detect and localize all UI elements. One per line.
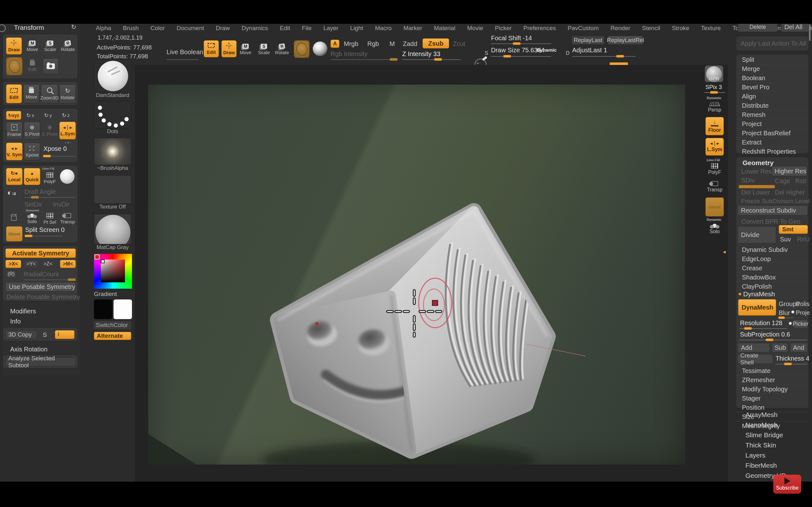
panel-scale-button[interactable]: S Scale	[42, 38, 58, 55]
adjust-last-handle[interactable]	[616, 55, 624, 58]
menu-item[interactable]: Material	[434, 25, 455, 32]
project-toggle[interactable]: Project	[796, 309, 809, 316]
mrgb-toggle[interactable]: Mrgb	[344, 40, 358, 48]
ghost-shortcut-button[interactable]: Ghost	[705, 198, 724, 216]
geometry-subsection[interactable]: ClayPolish	[736, 282, 809, 291]
dynamesh-header[interactable]: DynaMesh	[739, 290, 775, 298]
radial-toggle-button[interactable]: (R)	[5, 270, 17, 278]
menu-item[interactable]: Marker	[403, 25, 422, 32]
transp-shortcut-button[interactable]: Transp	[705, 180, 724, 194]
focal-shift-slider-label[interactable]: Focal Shift -14	[491, 35, 532, 42]
activate-symmetry-button[interactable]: Activate Symmetry	[5, 248, 76, 258]
rotate-xyz-button[interactable]: ↻xyz	[6, 111, 21, 120]
geometry-subsection[interactable]: EdgeLoop	[736, 254, 809, 263]
tool-action[interactable]: Distribute	[736, 101, 809, 110]
solo-shortcut-button[interactable]: Solo	[705, 222, 724, 237]
tool-section[interactable]: FiberMesh	[736, 460, 809, 470]
nav-move-button[interactable]: Move	[23, 84, 40, 103]
alpha-name[interactable]: ~BrushAlpha	[94, 165, 131, 171]
scale-mode-button[interactable]: S Scale	[257, 42, 271, 57]
draft-dir-icon[interactable]: ◐⇉	[7, 189, 16, 196]
main-color-swatch[interactable]	[94, 299, 112, 319]
picker-button[interactable]: Picker	[793, 320, 808, 328]
menu-item[interactable]: Light	[350, 25, 363, 32]
anchor-toggle[interactable]: A	[331, 40, 339, 48]
tool-action[interactable]: Bevel Pro	[736, 82, 809, 92]
lsym-button[interactable]: ◄┆► L.Sym	[59, 122, 76, 139]
alternate-button[interactable]: Alternate	[94, 332, 131, 340]
tool-section[interactable]: Slime Bridge	[736, 430, 809, 440]
rgb-toggle[interactable]: Rgb	[367, 40, 379, 48]
menu-item[interactable]: File	[302, 25, 312, 32]
create-shell-button[interactable]: Create Shell	[738, 354, 773, 364]
adjust-last-slider-label[interactable]: AdjustLast 1	[572, 47, 607, 54]
live-boolean-toggle[interactable]: Live Boolean	[166, 49, 203, 56]
rotate-y-button[interactable]: ↻y	[42, 111, 54, 120]
tool-section[interactable]: ArrayMesh	[736, 410, 809, 420]
xpose-button[interactable]: ↖↗↙↘ Xpose	[24, 143, 40, 160]
camera-snapshot-button[interactable]	[43, 58, 59, 74]
menu-item[interactable]: Dynamics	[242, 25, 268, 32]
blur-slider-label[interactable]: Blur	[779, 309, 790, 317]
geometry-item[interactable]: Modify Topology	[736, 384, 809, 394]
alpha-selector[interactable]	[94, 138, 131, 165]
z-intensity-slider-label[interactable]: Z Intensity 33	[402, 50, 440, 58]
resolution-knob[interactable]	[789, 322, 792, 325]
menu-item[interactable]: Brush	[123, 25, 139, 32]
menu-item[interactable]: Movie	[467, 25, 484, 32]
menu-item[interactable]: Picker	[495, 25, 512, 32]
tool-action[interactable]: Project BasRelief	[736, 128, 809, 137]
tool-action[interactable]: Project	[736, 119, 809, 128]
higher-res-button[interactable]: Higher Res	[772, 166, 807, 176]
gradient-label[interactable]: Gradient	[94, 291, 131, 297]
rgb-intensity-slider-label[interactable]: Rgb Intensity	[331, 50, 368, 58]
menu-item[interactable]: Draw	[216, 25, 230, 32]
sv-selector[interactable]	[101, 260, 105, 263]
dynamic-persp-button[interactable]	[6, 210, 21, 225]
spix-slider-label[interactable]: SPix 3	[705, 84, 722, 91]
sym-x-button[interactable]: >X<	[5, 260, 21, 268]
xpose-slider-label[interactable]: Xpose 0	[44, 145, 67, 153]
canvas-area[interactable]	[135, 65, 728, 482]
thickness-slider-label[interactable]: Thickness 4	[775, 355, 809, 362]
secondary-color-swatch[interactable]	[113, 299, 132, 319]
focal-shift-handle[interactable]	[513, 42, 521, 45]
rotate-z-button[interactable]: ↻z	[59, 111, 72, 120]
move-mode-button[interactable]: M Move	[239, 42, 252, 57]
polyf-shortcut-button[interactable]: PolyF	[705, 162, 724, 176]
draw-size-track[interactable]	[491, 56, 551, 57]
panel-draw-button[interactable]: Draw	[6, 38, 22, 55]
polish-toggle[interactable]: Polish	[796, 300, 809, 308]
hue-selector[interactable]	[95, 255, 100, 260]
geometry-subsection[interactable]: Crease	[736, 263, 809, 273]
subprojection-handle[interactable]	[765, 338, 774, 341]
quick-button[interactable]: ● Quick	[24, 168, 40, 185]
subscribe-button[interactable]: Subscribe	[773, 475, 801, 494]
refresh-icon[interactable]: ↻	[71, 24, 77, 30]
vsym-button[interactable]: ◄► V. Sym	[6, 143, 22, 160]
sym-m-button[interactable]: >M<	[60, 260, 76, 268]
split-screen-slider[interactable]: Split Screen 0	[25, 226, 65, 233]
replay-last-rel-button[interactable]: ReplayLastRel	[608, 36, 643, 45]
tool-action[interactable]: Redshift Properties	[736, 147, 809, 156]
rgb-intensity-handle[interactable]	[390, 58, 398, 61]
dynamesh-button[interactable]: DynaMesh	[738, 299, 776, 316]
polyframe-button[interactable]: PolyF	[42, 170, 58, 186]
frame-button[interactable]: Frame	[6, 122, 22, 139]
panel-scroll-arrow[interactable]: ◄	[722, 249, 727, 254]
tool-action[interactable]: Split	[736, 55, 809, 64]
tool-action[interactable]: Align	[736, 92, 809, 101]
rgb-intensity-track[interactable]	[331, 59, 397, 60]
material-sphere-icon[interactable]	[60, 169, 74, 184]
add-button[interactable]: Add	[738, 343, 770, 352]
current-stroke-sphere[interactable]	[313, 42, 327, 56]
tool-action[interactable]: Remesh	[736, 110, 809, 119]
menu-item[interactable]: Document	[177, 25, 204, 32]
menu-item[interactable]: PavCustom	[568, 25, 599, 32]
right-scrollbar-thumb[interactable]	[809, 24, 811, 41]
smt-toggle[interactable]: Smt	[779, 225, 808, 234]
point-select-button[interactable]: Pt Sel	[42, 212, 58, 226]
zadd-toggle[interactable]: Zadd	[403, 40, 417, 48]
panel-brush-preview[interactable]	[6, 57, 22, 75]
blur-handle[interactable]	[778, 316, 785, 319]
